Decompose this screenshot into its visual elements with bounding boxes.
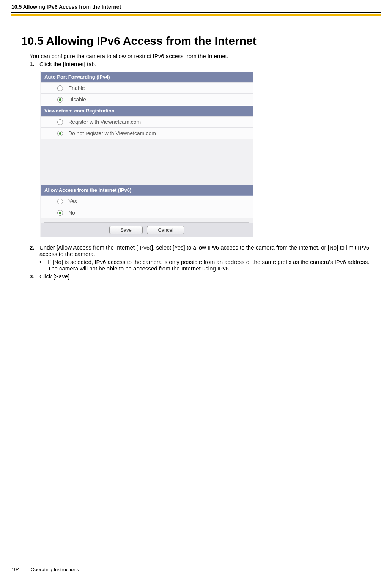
radio-icon [57, 199, 63, 204]
step-1: 1. Click the [Internet] tab. [30, 61, 377, 67]
radio-icon [57, 210, 63, 216]
bullet-icon: • [39, 259, 48, 272]
radio-icon [57, 97, 63, 103]
panel-spacer [41, 139, 253, 185]
group-header-autoport: Auto Port Forwarding (IPv4) [41, 71, 253, 82]
autoport-enable-option[interactable]: Enable [41, 82, 253, 94]
step-text: Click [Save]. [39, 273, 377, 280]
viewnetcam-register-option[interactable]: Register with Viewnetcam.com [41, 116, 253, 128]
running-title: 10.5 Allowing IPv6 Access from the Inter… [11, 4, 121, 10]
step-text: Under [Allow Access from the Internet (I… [39, 244, 377, 257]
ipv6-yes-option[interactable]: Yes [41, 196, 253, 207]
page-number: 194 [11, 567, 25, 572]
ipv6-no-option[interactable]: No [41, 207, 253, 218]
section-intro: You can configure the camera to allow or… [30, 53, 377, 59]
viewnetcam-noregister-option[interactable]: Do not register with Viewnetcam.com [41, 128, 253, 139]
option-label: Yes [68, 198, 77, 204]
radio-icon [57, 119, 63, 125]
button-row: Save Cancel [41, 223, 253, 237]
group-header-viewnetcam: Viewnetcam.com Registration [41, 105, 253, 116]
option-label: Disable [68, 96, 86, 103]
header-rule [11, 12, 381, 13]
radio-icon [57, 131, 63, 136]
step-2: 2. Under [Allow Access from the Internet… [30, 244, 377, 257]
section-title: 10.5 Allowing IPv6 Access from the Inter… [21, 35, 377, 47]
option-label: Register with Viewnetcam.com [68, 119, 141, 125]
step-number: 3. [30, 273, 39, 280]
footer-doc-title: Operating Instructions [31, 567, 79, 572]
option-label: Do not register with Viewnetcam.com [68, 130, 156, 136]
step-text: Click the [Internet] tab. [39, 61, 377, 67]
save-button[interactable]: Save [109, 226, 143, 234]
page-content: 10.5 Allowing IPv6 Access from the Inter… [0, 16, 392, 280]
option-label: No [68, 210, 75, 216]
step-list: 1. Click the [Internet] tab. [30, 61, 377, 67]
autoport-disable-option[interactable]: Disable [41, 94, 253, 105]
group-header-ipv6access: Allow Access from the Internet (IPv6) [41, 185, 253, 196]
running-header: 10.5 Allowing IPv6 Access from the Inter… [0, 0, 392, 12]
step-3: 3. Click [Save]. [30, 273, 377, 280]
step-2-bullet: • If [No] is selected, IPv6 access to th… [39, 259, 377, 272]
page-footer: 194 Operating Instructions [11, 567, 79, 572]
settings-panel: Auto Port Forwarding (IPv4) Enable Disab… [40, 71, 253, 237]
step-list-cont: 2. Under [Allow Access from the Internet… [30, 244, 377, 280]
step-number: 2. [30, 244, 39, 257]
cancel-button[interactable]: Cancel [147, 226, 184, 234]
option-label: Enable [68, 85, 85, 91]
radio-icon [57, 85, 63, 91]
step-number: 1. [30, 61, 39, 67]
bullet-text: If [No] is selected, IPv6 access to the … [48, 259, 377, 272]
